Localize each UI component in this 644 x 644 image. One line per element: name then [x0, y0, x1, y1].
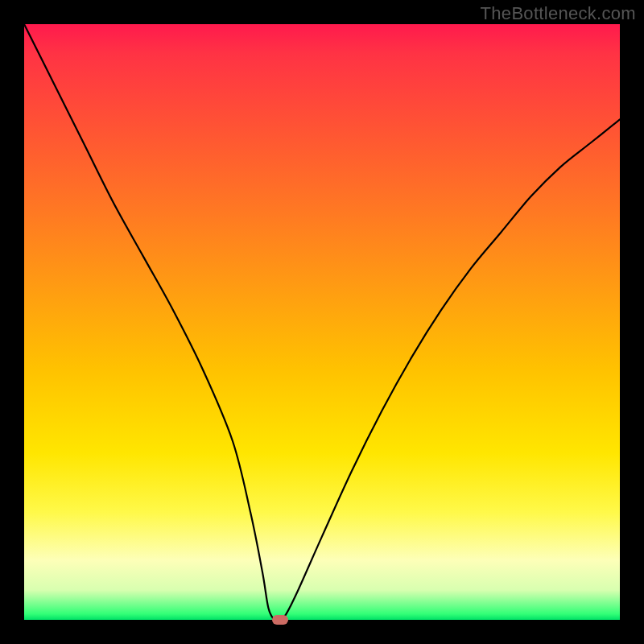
plot-background	[24, 24, 620, 620]
chart-frame: TheBottleneck.com	[0, 0, 644, 644]
optimal-point-marker	[272, 615, 288, 625]
watermark-text: TheBottleneck.com	[481, 3, 636, 24]
